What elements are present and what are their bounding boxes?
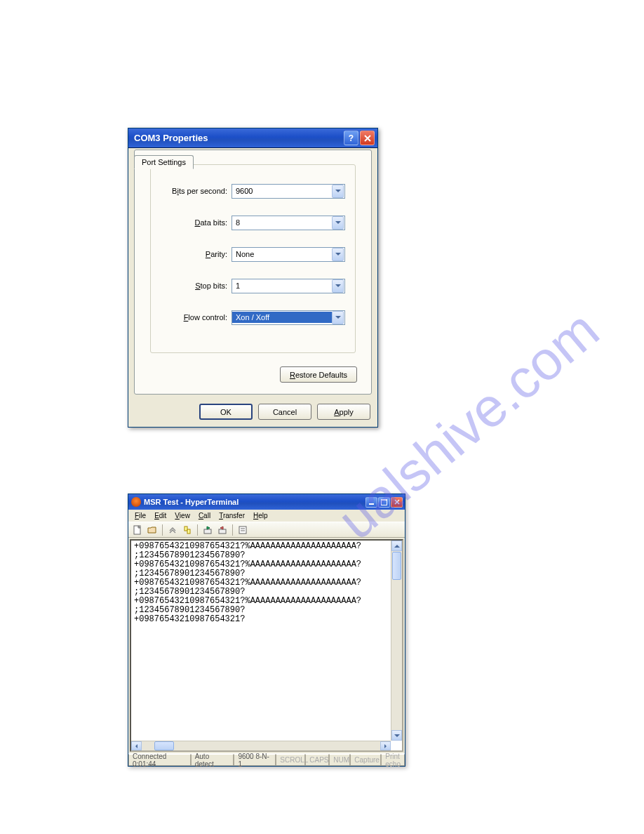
menu-view[interactable]: View xyxy=(171,511,194,520)
chevron-down-icon[interactable] xyxy=(332,279,344,293)
row-stop-bits: Stop bits: 1 xyxy=(151,278,345,293)
row-bits-per-second: Bits per second: 9600 xyxy=(151,183,345,199)
dialog-button-row: OK Cancel Apply xyxy=(199,404,370,420)
open-icon[interactable] xyxy=(146,524,159,536)
status-capture: Capture xyxy=(350,754,381,766)
dialog-titlebar[interactable]: COM3 Properties ? xyxy=(128,128,377,148)
label-flow-control: Flow control: xyxy=(151,313,232,322)
scroll-up-icon[interactable] xyxy=(391,541,402,551)
row-parity: Parity: None xyxy=(151,246,345,262)
combo-value: 9600 xyxy=(232,187,332,195)
combo-parity[interactable]: None xyxy=(232,247,345,262)
combo-stop-bits[interactable]: 1 xyxy=(232,279,345,293)
menubar: File Edit View Call Transfer Help xyxy=(128,510,405,522)
chevron-down-icon[interactable] xyxy=(332,311,344,324)
scroll-thumb[interactable] xyxy=(154,741,174,750)
com3-properties-dialog: COM3 Properties ? Port Settings Bits per… xyxy=(128,128,378,428)
connect-icon[interactable] xyxy=(166,524,179,536)
scroll-down-icon[interactable] xyxy=(391,730,402,741)
scroll-left-icon[interactable] xyxy=(131,741,142,750)
label-stop-bits: Stop bits: xyxy=(151,282,232,290)
row-data-bits: Data bits: 8 xyxy=(151,215,345,230)
close-button[interactable] xyxy=(391,497,403,508)
terminal-area[interactable]: +09876543210987654321?%AAAAAAAAAAAAAAAAA… xyxy=(130,539,403,752)
combo-value: None xyxy=(232,250,332,258)
port-settings-group: Bits per second: 9600 Data bits: 8 Parit… xyxy=(150,164,356,353)
send-icon[interactable] xyxy=(201,524,214,536)
statusbar: Connected 0:01:44 Auto detect 9600 8-N-1… xyxy=(128,753,405,766)
menu-call[interactable]: Call xyxy=(195,511,214,520)
menu-transfer[interactable]: Transfer xyxy=(215,511,248,520)
status-params: 9600 8-N-1 xyxy=(234,754,276,766)
chevron-down-icon[interactable] xyxy=(332,248,344,261)
window-title: MSR Test - HyperTerminal xyxy=(144,498,239,506)
ok-button[interactable]: OK xyxy=(199,404,253,420)
minimize-button[interactable] xyxy=(365,497,377,508)
status-scroll: SCROLL xyxy=(276,754,305,766)
hyperterminal-window: MSR Test - HyperTerminal File Edit View … xyxy=(128,494,405,767)
status-num: NUM xyxy=(329,754,350,766)
status-auto-detect: Auto detect xyxy=(191,754,234,766)
new-icon[interactable] xyxy=(131,524,144,536)
properties-icon[interactable] xyxy=(236,524,249,536)
toolbar xyxy=(128,522,405,538)
chevron-down-icon[interactable] xyxy=(332,216,344,230)
status-caps: CAPS xyxy=(305,754,329,766)
svg-rect-2 xyxy=(187,529,190,534)
row-flow-control: Flow control: Xon / Xoff xyxy=(151,310,345,325)
combo-bits-per-second[interactable]: 9600 xyxy=(232,184,345,199)
disconnect-icon[interactable] xyxy=(181,524,194,536)
svg-rect-4 xyxy=(219,529,226,534)
combo-flow-control[interactable]: Xon / Xoff xyxy=(232,310,345,325)
status-printecho: Print echo xyxy=(381,754,405,766)
tab-panel: Bits per second: 9600 Data bits: 8 Parit… xyxy=(134,150,372,395)
vertical-scrollbar[interactable] xyxy=(391,541,402,741)
restore-defaults-button[interactable]: Restore Defaults xyxy=(280,366,357,383)
combo-value: Xon / Xoff xyxy=(232,312,332,323)
horizontal-scrollbar[interactable] xyxy=(131,741,391,750)
combo-value: 1 xyxy=(232,282,332,290)
menu-file[interactable]: File xyxy=(131,511,149,520)
apply-button[interactable]: Apply xyxy=(317,404,370,420)
svg-rect-3 xyxy=(204,529,211,534)
receive-icon[interactable] xyxy=(216,524,229,536)
svg-rect-5 xyxy=(239,527,246,534)
tab-port-settings[interactable]: Port Settings xyxy=(134,155,194,169)
label-parity: Parity: xyxy=(151,250,232,258)
scroll-right-icon[interactable] xyxy=(380,741,391,750)
hyperterminal-titlebar[interactable]: MSR Test - HyperTerminal xyxy=(128,494,405,510)
combo-data-bits[interactable]: 8 xyxy=(232,216,345,230)
label-data-bits: Data bits: xyxy=(151,218,232,227)
combo-value: 8 xyxy=(232,218,332,227)
chevron-down-icon[interactable] xyxy=(332,185,344,198)
dialog-title: COM3 Properties xyxy=(134,133,208,143)
maximize-button[interactable] xyxy=(378,497,390,508)
scroll-thumb[interactable] xyxy=(392,552,401,580)
help-button[interactable]: ? xyxy=(344,131,358,145)
app-icon xyxy=(131,497,141,507)
svg-rect-1 xyxy=(185,527,187,531)
status-connected: Connected 0:01:44 xyxy=(128,754,191,766)
cancel-button[interactable]: Cancel xyxy=(258,404,311,420)
terminal-text: +09876543210987654321?%AAAAAAAAAAAAAAAAA… xyxy=(134,542,389,741)
close-button[interactable] xyxy=(360,131,375,145)
menu-help[interactable]: Help xyxy=(250,511,271,520)
label-bits-per-second: Bits per second: xyxy=(151,187,232,195)
menu-edit[interactable]: Edit xyxy=(151,511,170,520)
